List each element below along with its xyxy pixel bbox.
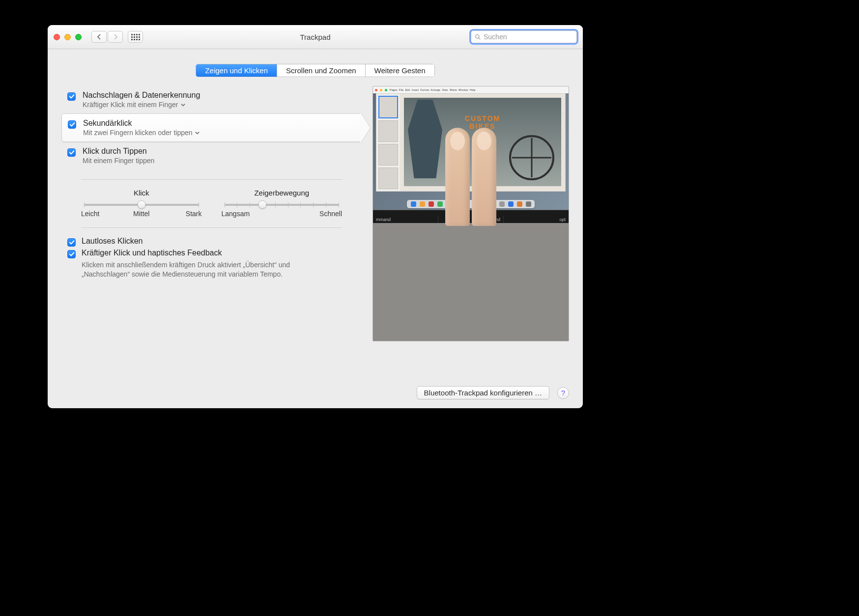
- back-button[interactable]: [91, 31, 107, 43]
- search-placeholder: Suchen: [484, 33, 507, 41]
- show-all-button[interactable]: [128, 31, 143, 43]
- option-lookup-subtitle-dropdown[interactable]: Kräftiger Klick mit einem Finger: [83, 101, 200, 109]
- checkbox-lookup[interactable]: [67, 92, 76, 101]
- svg-point-0: [476, 34, 479, 38]
- slider-click-labels: Leicht Mittel Stark: [81, 210, 202, 218]
- slider-click-knob[interactable]: [137, 200, 145, 209]
- key-label: opt: [504, 216, 569, 223]
- zoom-window-button[interactable]: [75, 34, 82, 40]
- help-button[interactable]: ?: [557, 387, 569, 399]
- search-input[interactable]: Suchen: [471, 30, 577, 43]
- divider: [81, 227, 342, 228]
- slider-tracking[interactable]: [225, 204, 340, 206]
- label-force-click: Kräftiger Klick und haptisches Feedback: [82, 249, 222, 257]
- option-tap-to-click[interactable]: Klick durch Tippen Mit einem Finger tipp…: [61, 142, 362, 169]
- option-secondary-subtitle-dropdown[interactable]: Mit zwei Fingern klicken oder tippen: [83, 129, 200, 137]
- finger-icon: [445, 128, 470, 226]
- checkbox-silent-click[interactable]: [67, 238, 76, 247]
- checkbox-secondary-click[interactable]: [68, 120, 76, 129]
- label-silent-click: Lautloses Klicken: [82, 237, 143, 246]
- preview-menubar: Pages File Edit Insert Format Arrange Vi…: [373, 86, 569, 93]
- forward-button[interactable]: [108, 31, 123, 43]
- checkbox-tap-to-click[interactable]: [67, 148, 76, 157]
- slider-tracking-knob[interactable]: [258, 200, 266, 209]
- slider-tracking-title: Zeigerbewegung: [222, 189, 343, 197]
- chevron-left-icon: [97, 34, 102, 40]
- chevron-right-icon: [113, 34, 118, 40]
- configure-bluetooth-trackpad-button[interactable]: Bluetooth-Trackpad konfigurieren …: [417, 386, 549, 399]
- grid-icon: [131, 34, 140, 40]
- option-tap-subtitle: Mit einem Finger tippen: [83, 157, 154, 165]
- finger-icon: [472, 128, 496, 226]
- tab-point-click[interactable]: Zeigen und Klicken: [196, 64, 277, 77]
- gesture-preview: Pages File Edit Insert Format Arrange Vi…: [372, 86, 569, 341]
- option-lookup[interactable]: Nachschlagen & Datenerkennung Kräftiger …: [61, 86, 362, 113]
- key-label: mmand: [373, 216, 438, 223]
- close-window-button[interactable]: [54, 34, 60, 40]
- toolbar: Trackpad Suchen: [48, 25, 583, 49]
- chevron-down-icon: [180, 102, 186, 108]
- option-lookup-title: Nachschlagen & Datenerkennung: [83, 91, 200, 100]
- divider: [81, 179, 342, 180]
- force-click-description: Klicken mit anschließendem kräftigen Dru…: [82, 260, 317, 279]
- slider-click[interactable]: [84, 204, 199, 206]
- tab-scroll-zoom[interactable]: Scrollen und Zoomen: [277, 64, 366, 77]
- slider-tracking-block: Zeigerbewegung Langsam Schnell: [222, 189, 343, 218]
- preview-fingers: [445, 128, 496, 226]
- minimize-window-button[interactable]: [64, 34, 71, 40]
- slider-tracking-labels: Langsam Schnell: [222, 210, 343, 218]
- option-tap-title: Klick durch Tippen: [83, 147, 154, 156]
- nav-buttons: [91, 31, 123, 43]
- chevron-down-icon: [195, 130, 200, 136]
- window-controls: [54, 34, 82, 40]
- option-secondary-click[interactable]: Sekundärklick Mit zwei Fingern klicken o…: [61, 113, 362, 142]
- slider-click-block: Klick Leicht Mittel Stark: [81, 189, 202, 218]
- option-secondary-title: Sekundärklick: [83, 119, 200, 128]
- search-icon: [475, 34, 481, 40]
- svg-line-1: [479, 38, 480, 39]
- preferences-window: Trackpad Suchen Zeigen und Klicken Scrol…: [48, 25, 583, 408]
- checkbox-force-click[interactable]: [67, 250, 76, 258]
- tab-bar: Zeigen und Klicken Scrollen und Zoomen W…: [196, 64, 434, 77]
- slider-click-title: Klick: [81, 189, 202, 197]
- tab-more-gestures[interactable]: Weitere Gesten: [366, 64, 434, 77]
